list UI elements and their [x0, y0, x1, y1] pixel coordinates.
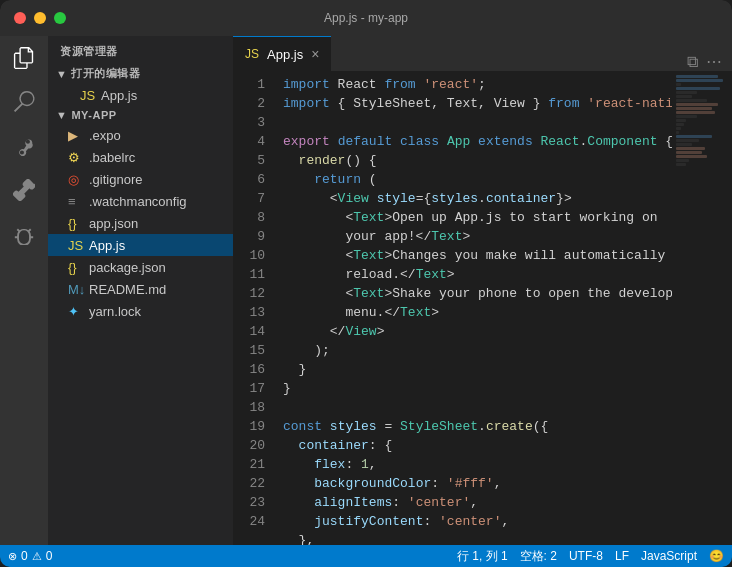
debug-icon[interactable] [10, 220, 38, 248]
main-layout: 资源管理器 ▼ 打开的编辑器 JS App.js ▼ MY-APP ▶ .exp… [0, 36, 732, 545]
file-item-readme[interactable]: M↓ README.md [48, 278, 233, 300]
code-line-20: alignItems: 'center', [283, 493, 672, 512]
editor-area: JS App.js × ⧉ ⋯ 1 2 3 4 5 6 7 8 9 10 [233, 36, 732, 545]
code-line-18: flex: 1, [283, 455, 672, 474]
title-bar: App.js - my-app [0, 0, 732, 36]
code-line-10b: menu.</Text> [283, 303, 672, 322]
code-line-22: }, [283, 531, 672, 545]
sidebar: 资源管理器 ▼ 打开的编辑器 JS App.js ▼ MY-APP ▶ .exp… [48, 36, 233, 545]
close-button[interactable] [14, 12, 26, 24]
filename: README.md [89, 282, 166, 297]
file-item-watchmanconfig[interactable]: ≡ .watchmanconfig [48, 190, 233, 212]
json-icon: {} [68, 216, 84, 231]
cursor-position[interactable]: 行 1, 列 1 [457, 548, 508, 565]
code-line-21: justifyContent: 'center', [283, 512, 672, 531]
emoji-button[interactable]: 😊 [709, 549, 724, 563]
code-line-2: import { StyleSheet, Text, View } from '… [283, 94, 672, 113]
code-line-4: export default class App extends React.C… [283, 132, 672, 151]
more-actions-icon[interactable]: ⋯ [706, 52, 722, 71]
code-line-9b: reload.</Text> [283, 265, 672, 284]
minimap [672, 71, 732, 545]
project-section[interactable]: ▼ MY-APP [48, 106, 233, 124]
folder-icon: ▶ [68, 128, 84, 143]
status-left: ⊗ 0 ⚠ 0 [8, 549, 52, 563]
line-ending-label: LF [615, 549, 629, 563]
chevron-icon: ▼ [56, 68, 67, 80]
filename: .gitignore [89, 172, 142, 187]
code-editor[interactable]: 1 2 3 4 5 6 7 8 9 10 11 12 13 14 15 16 1… [233, 71, 732, 545]
code-line-3 [283, 113, 672, 132]
git-icon: ◎ [68, 172, 84, 187]
source-control-icon[interactable] [10, 132, 38, 160]
code-line-8: <Text>Open up App.js to start working on [283, 208, 672, 227]
error-count[interactable]: ⊗ 0 ⚠ 0 [8, 549, 52, 563]
explorer-icon[interactable] [10, 44, 38, 72]
project-label: MY-APP [71, 109, 116, 121]
file-item-expo[interactable]: ▶ .expo [48, 124, 233, 146]
tab-js-icon: JS [245, 47, 259, 61]
open-editor-file[interactable]: JS App.js [48, 84, 233, 106]
extensions-icon[interactable] [10, 176, 38, 204]
open-editors-label: 打开的编辑器 [71, 66, 140, 81]
tab-bar: JS App.js × ⧉ ⋯ [233, 36, 732, 71]
maximize-button[interactable] [54, 12, 66, 24]
warning-icon: ⚠ [32, 550, 42, 563]
filename: package.json [89, 260, 166, 275]
window-title: App.js - my-app [324, 11, 408, 25]
minimize-button[interactable] [34, 12, 46, 24]
file-item-yarnlock[interactable]: ✦ yarn.lock [48, 300, 233, 322]
code-line-7: <View style={styles.container}> [283, 189, 672, 208]
code-line-9: <Text>Changes you make will automaticall… [283, 246, 672, 265]
search-icon[interactable] [10, 88, 38, 116]
code-content[interactable]: import React from 'react'; import { Styl… [275, 71, 672, 545]
status-right: 行 1, 列 1 空格: 2 UTF-8 LF JavaScript 😊 [457, 548, 724, 565]
file-item-appjs[interactable]: JS App.js [48, 234, 233, 256]
split-editor-icon[interactable]: ⧉ [687, 53, 698, 71]
language-mode[interactable]: JavaScript [641, 549, 697, 563]
code-line-17: container: { [283, 436, 672, 455]
js-file-icon: JS [68, 238, 84, 253]
status-bar: ⊗ 0 ⚠ 0 行 1, 列 1 空格: 2 UTF-8 LF JavaScri… [0, 545, 732, 567]
config-icon: ≡ [68, 194, 84, 209]
yarn-icon: ✦ [68, 304, 84, 319]
encoding-label: UTF-8 [569, 549, 603, 563]
encoding-setting[interactable]: UTF-8 [569, 549, 603, 563]
filename: App.js [89, 238, 125, 253]
tab-close-button[interactable]: × [311, 47, 319, 61]
code-line-11: </View> [283, 322, 672, 341]
file-item-packagejson[interactable]: {} package.json [48, 256, 233, 278]
error-icon: ⊗ [8, 550, 17, 563]
code-line-1: import React from 'react'; [283, 75, 672, 94]
tab-label: App.js [267, 47, 303, 62]
code-line-6: return ( [283, 170, 672, 189]
code-line-13: } [283, 360, 672, 379]
open-editors-section[interactable]: ▼ 打开的编辑器 [48, 63, 233, 84]
code-line-16: const styles = StyleSheet.create({ [283, 417, 672, 436]
tab-appjs[interactable]: JS App.js × [233, 36, 331, 71]
traffic-lights [0, 12, 66, 24]
code-line-8b: your app!</Text> [283, 227, 672, 246]
chevron-icon: ▼ [56, 109, 67, 121]
sidebar-header: 资源管理器 [48, 36, 233, 63]
indent-setting[interactable]: 空格: 2 [520, 548, 557, 565]
error-count-label: 0 [21, 549, 28, 563]
filename: .watchmanconfig [89, 194, 187, 209]
language-label: JavaScript [641, 549, 697, 563]
position-label: 行 1, 列 1 [457, 548, 508, 565]
line-ending-setting[interactable]: LF [615, 549, 629, 563]
code-line-14: } [283, 379, 672, 398]
emoji-icon: 😊 [709, 549, 724, 563]
file-item-gitignore[interactable]: ◎ .gitignore [48, 168, 233, 190]
file-item-babelrc[interactable]: ⚙ .babelrc [48, 146, 233, 168]
md-icon: M↓ [68, 282, 84, 297]
babel-icon: ⚙ [68, 150, 84, 165]
file-item-appjson[interactable]: {} app.json [48, 212, 233, 234]
filename: app.json [89, 216, 138, 231]
code-line-15 [283, 398, 672, 417]
code-line-19: backgroundColor: '#fff', [283, 474, 672, 493]
filename: .expo [89, 128, 121, 143]
js-file-icon: JS [80, 88, 96, 103]
line-numbers: 1 2 3 4 5 6 7 8 9 10 11 12 13 14 15 16 1… [233, 71, 275, 545]
filename: yarn.lock [89, 304, 141, 319]
tab-actions: ⧉ ⋯ [687, 52, 732, 71]
